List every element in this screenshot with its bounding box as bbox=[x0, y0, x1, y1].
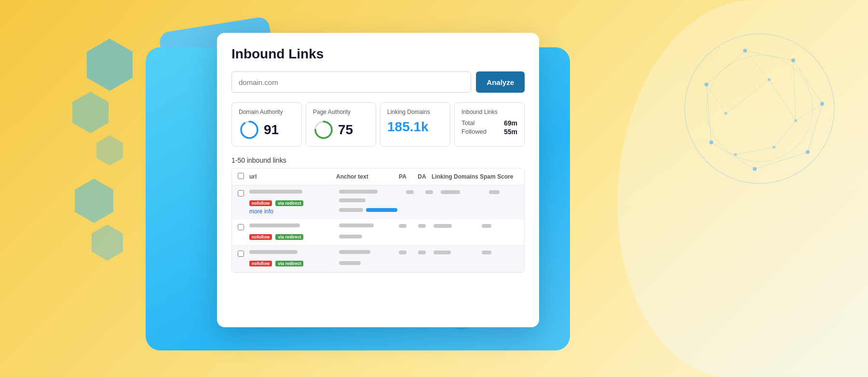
row1-anchor-bar1 bbox=[339, 208, 363, 212]
row2-da-skel bbox=[418, 224, 426, 228]
row1-checkbox-cell bbox=[238, 185, 249, 196]
ld-value-row: 185.1k bbox=[387, 119, 443, 135]
metrics-row: Domain Authority 91 Page Authority bbox=[231, 102, 525, 147]
row2-checkbox[interactable] bbox=[238, 224, 244, 230]
row1-ld-skel bbox=[441, 190, 460, 194]
row1-url-skel bbox=[249, 190, 302, 194]
svg-line-25 bbox=[706, 84, 726, 113]
row1-pa-skel bbox=[406, 190, 414, 194]
svg-line-17 bbox=[808, 104, 822, 152]
row3-tags: nofollow via redirect bbox=[249, 258, 336, 267]
row1-spam bbox=[487, 185, 525, 194]
row3-url: nofollow via redirect bbox=[249, 246, 336, 272]
row1-checkbox[interactable] bbox=[238, 190, 244, 196]
analyze-button[interactable]: Analyze bbox=[476, 71, 525, 93]
row1-pa bbox=[400, 185, 420, 194]
row2-ld-skel bbox=[434, 224, 452, 228]
row3-da bbox=[412, 246, 432, 254]
row1-anchor-skel2 bbox=[339, 198, 366, 202]
th-da: DA bbox=[412, 173, 432, 180]
row3-anchor bbox=[336, 246, 393, 271]
row2-redirect-tag: via redirect bbox=[275, 234, 303, 240]
row2-anchor-skel2 bbox=[339, 235, 362, 238]
svg-point-30 bbox=[241, 122, 258, 138]
row1-ld bbox=[439, 185, 487, 194]
row3-spam bbox=[480, 246, 518, 254]
row3-redirect-tag: via redirect bbox=[275, 261, 303, 266]
th-checkbox bbox=[238, 172, 249, 181]
row3-checkbox-cell bbox=[238, 246, 249, 257]
row1-anchor bbox=[336, 185, 400, 216]
row3-da-skel bbox=[418, 251, 426, 254]
da-label: Domain Authority bbox=[239, 109, 295, 115]
ld-value: 185.1k bbox=[387, 119, 429, 135]
row2-anchor-skel1 bbox=[339, 223, 374, 227]
svg-line-15 bbox=[745, 51, 793, 60]
svg-line-28 bbox=[796, 104, 822, 121]
row2-spam bbox=[480, 219, 518, 228]
pa-value: 75 bbox=[338, 122, 353, 138]
row2-da bbox=[412, 219, 432, 228]
da-value: 91 bbox=[264, 122, 279, 138]
row3-anchor-skel2 bbox=[339, 261, 361, 265]
il-followed-label: Followed bbox=[461, 128, 487, 136]
row2-pa-skel bbox=[399, 224, 407, 228]
inbound-links-card: Inbound Links Total 69m Followed 55m bbox=[454, 102, 525, 147]
ld-label: Linking Domains bbox=[387, 109, 443, 115]
search-input[interactable]: domain.com bbox=[231, 71, 471, 93]
table-section: 1-50 inbound links url Anchor text PA DA… bbox=[231, 156, 525, 273]
row3-spam-skel bbox=[482, 251, 491, 254]
row1-da-skel bbox=[425, 190, 433, 194]
row3-checkbox[interactable] bbox=[238, 251, 244, 257]
il-followed-value: 55m bbox=[504, 128, 517, 136]
il-followed-row: Followed 55m bbox=[461, 128, 517, 136]
table-row: nofollow via redirect more info bbox=[232, 185, 524, 219]
row1-anchor-bars bbox=[339, 208, 397, 212]
svg-point-0 bbox=[685, 34, 834, 183]
svg-line-18 bbox=[755, 152, 808, 169]
row1-more-info[interactable]: more info bbox=[249, 208, 336, 215]
pa-value-row: 75 bbox=[313, 119, 369, 140]
pa-label: Page Authority bbox=[313, 109, 369, 115]
row3-nofollow-tag: nofollow bbox=[249, 261, 272, 266]
row2-ld bbox=[432, 219, 480, 228]
row1-url: nofollow via redirect more info bbox=[249, 185, 336, 219]
search-row: domain.com Analyze bbox=[231, 71, 525, 93]
network-globe bbox=[678, 27, 841, 191]
select-all-checkbox[interactable] bbox=[238, 173, 244, 179]
row3-pa bbox=[393, 246, 412, 254]
row1-da bbox=[420, 185, 439, 194]
th-url: url bbox=[249, 173, 336, 180]
main-card: Inbound Links domain.com Analyze Domain … bbox=[217, 33, 539, 327]
row1-tags: nofollow via redirect bbox=[249, 198, 336, 207]
row2-anchor bbox=[336, 219, 393, 244]
row2-spam-skel bbox=[482, 224, 491, 228]
il-content: Total 69m Followed 55m bbox=[461, 119, 517, 136]
table-container: url Anchor text PA DA Linking Domains Sp… bbox=[231, 168, 525, 273]
il-total-value: 69m bbox=[504, 119, 517, 127]
row1-anchor-skel1 bbox=[339, 190, 378, 194]
table-row: nofollow via redirect bbox=[232, 246, 524, 272]
row2-url-skel bbox=[249, 223, 300, 227]
row2-pa bbox=[393, 219, 412, 228]
th-pa: PA bbox=[393, 173, 412, 180]
th-anchor: Anchor text bbox=[336, 173, 393, 180]
da-value-row: 91 bbox=[239, 119, 295, 140]
row2-checkbox-cell bbox=[238, 219, 249, 230]
domain-authority-card: Domain Authority 91 bbox=[231, 102, 302, 147]
th-linking: Linking Domains bbox=[432, 173, 480, 180]
pa-ring bbox=[313, 119, 334, 140]
row3-pa-skel bbox=[399, 251, 407, 254]
svg-line-23 bbox=[774, 121, 796, 147]
svg-line-21 bbox=[726, 80, 769, 113]
page-authority-card: Page Authority 75 bbox=[306, 102, 376, 147]
row3-url-skel bbox=[249, 250, 298, 254]
table-header: url Anchor text PA DA Linking Domains Sp… bbox=[232, 168, 524, 185]
linking-domains-card: Linking Domains 185.1k bbox=[380, 102, 450, 147]
il-label: Inbound Links bbox=[461, 109, 517, 115]
row2-url: nofollow via redirect bbox=[249, 219, 336, 245]
row3-ld bbox=[432, 246, 480, 254]
th-spam: Spam Score bbox=[480, 173, 518, 180]
da-ring bbox=[239, 119, 260, 140]
svg-line-19 bbox=[711, 142, 755, 169]
